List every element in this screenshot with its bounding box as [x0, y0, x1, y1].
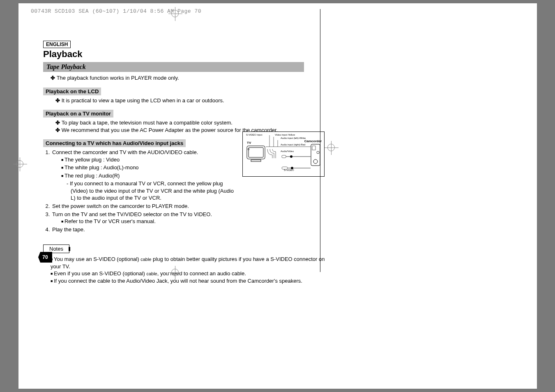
- crop-divider: [320, 9, 320, 272]
- tvmon-b1-content: To play back a tape, the television must…: [62, 120, 233, 126]
- connection-diagram: TV Camcorder: [242, 131, 325, 177]
- lcd-content: It is practical to view a tape using the…: [62, 97, 224, 104]
- diag-audio-l: Audio input (left)-White: [281, 137, 306, 139]
- crop-mark-icon: [171, 10, 179, 17]
- note-1: You may use an S-VIDEO (optional) cable …: [51, 256, 331, 270]
- step-4: Play the tape.: [51, 226, 331, 233]
- step-3: Turn on the TV and set the TV/VIDEO sele…: [51, 211, 331, 225]
- note-3: If you connect the cable to the Audio/Vi…: [51, 277, 331, 285]
- diag-video-in: Video input-Yellow: [275, 134, 295, 136]
- step-3-text: Turn on the TV and set the TV/VIDEO sele…: [52, 211, 212, 217]
- note-1-cable: cable: [140, 257, 151, 262]
- page-title: Playback: [43, 49, 331, 60]
- crop-mark-icon: [16, 160, 23, 168]
- tvmon-b1: ✤ To play back a tape, the television mu…: [55, 119, 331, 127]
- note-2b: , you need to connect an audio cable.: [157, 270, 246, 277]
- note-2a: Even if you use an S-VIDEO (optional): [54, 270, 146, 277]
- lcd-text: ✤ It is practical to view a tape using t…: [55, 97, 331, 104]
- note-1a: You may use an S-VIDEO (optional): [54, 256, 140, 262]
- notes-tab-icon: [69, 247, 70, 251]
- lcd-heading: Playback on the LCD: [43, 88, 101, 95]
- crop-mark-icon: [171, 269, 179, 276]
- document-page: 00743R SCD103 SEA (60~107) 1/10/04 8:56 …: [18, 3, 537, 389]
- step-1-text: Connect the camcorder and TV with the AU…: [52, 149, 198, 155]
- notes-label: Notes: [49, 246, 63, 252]
- note-2: Even if you use an S-VIDEO (optional) ca…: [51, 270, 331, 277]
- mono-note-text: If you connect to a monaural TV or VCR, …: [70, 180, 234, 201]
- intro-text: ✤ The playback function works in PLAYER …: [51, 74, 331, 82]
- diag-av: Audio/Video: [281, 150, 294, 152]
- notes-list: You may use an S-VIDEO (optional) cable …: [51, 256, 331, 284]
- diag-svideo: S-VIDEO: [284, 169, 294, 171]
- page-number-badge: 70: [38, 252, 52, 263]
- language-badge: ENGLISH: [43, 41, 71, 48]
- crop-mark-icon: [327, 144, 335, 151]
- mono-note: - If you connect to a monaural TV or VCR…: [67, 180, 239, 202]
- tvmon-heading: Playback on a TV monitor: [43, 110, 113, 118]
- step-2: Set the power switch on the camcorder to…: [51, 203, 331, 210]
- note-2-cable: cable: [146, 271, 157, 276]
- step-3-sub: Refer to the TV or VCR user's manual.: [60, 218, 331, 225]
- section-heading: Tape Playback: [43, 62, 304, 72]
- intro-content: The playback function works in PLAYER mo…: [57, 75, 179, 81]
- diag-audio-r: Audio input (right)-Red: [281, 143, 305, 146]
- svg-rect-12: [282, 155, 286, 158]
- diag-svideo-in: S-VIDEO input: [246, 134, 262, 136]
- svg-point-13: [290, 155, 292, 158]
- step-3-sub-list: Refer to the TV or VCR user's manual.: [60, 218, 331, 225]
- connect-heading: Connecting to a TV which has Audio/Video…: [43, 139, 186, 147]
